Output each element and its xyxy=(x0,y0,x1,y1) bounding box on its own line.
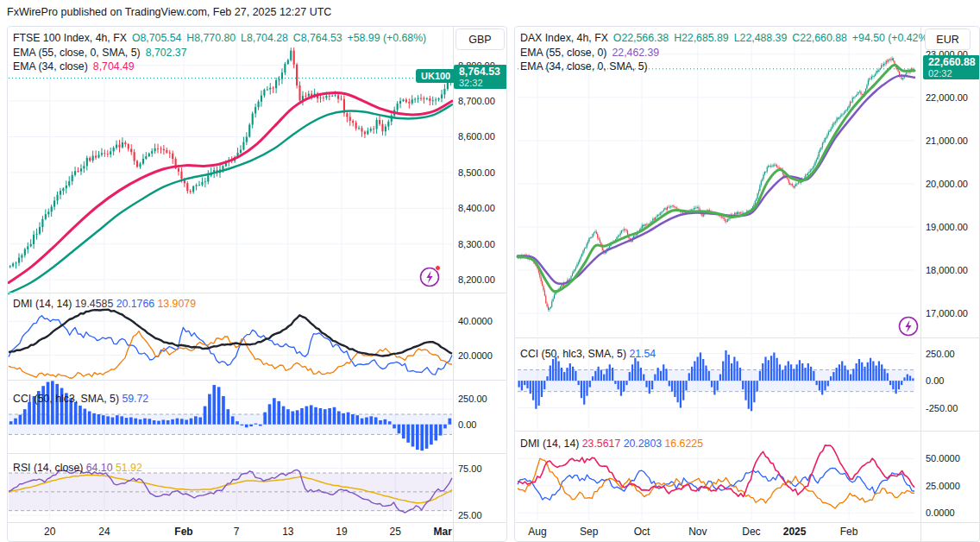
x-axis-label: 19 xyxy=(336,526,348,538)
y-axis-label: 25.0000 xyxy=(926,481,960,491)
dax-legend: DAX Index, 4h, FX O22,566.38 H22,685.89 … xyxy=(520,31,931,74)
y-axis-label: 0.00 xyxy=(926,375,944,386)
dax-ema34-row: EMA (34, close, 0, SMA, 5) xyxy=(520,60,931,74)
y-axis-label: 75.00 xyxy=(458,463,482,474)
cci-label: CCI (50, hlc3, SMA, 5) xyxy=(520,348,626,360)
x-axis-label: 24 xyxy=(98,526,110,538)
flash-ideas-button[interactable] xyxy=(418,266,441,288)
y-axis-label: 22,000.00 xyxy=(926,92,968,103)
ema55-value: 8,702.37 xyxy=(146,46,187,60)
x-axis-label: Oct xyxy=(634,526,650,538)
rsi-value: 64.10 xyxy=(86,462,113,474)
indicator-band xyxy=(518,370,914,392)
ftse-ema55-row: EMA (55, close, 0, SMA, 5) 8,702.37 xyxy=(13,46,426,60)
ftse-chart-card: 8,800.008,700.008,600.008,500.008,400.00… xyxy=(7,26,507,542)
ohlc-low: L22,488.39 xyxy=(734,31,788,46)
dax-dmi-legend: DMI (14, 14) 23.5617 20.2803 16.6225 xyxy=(520,438,703,450)
rsi-ma-value: 51.92 xyxy=(116,462,142,474)
dax-last-price-badge: 22,660.88 02:32 xyxy=(923,55,980,79)
flash-ideas-button[interactable] xyxy=(897,315,920,337)
dax_main-pane xyxy=(518,28,914,336)
x-axis-label: Feb xyxy=(174,526,192,538)
x-axis-label: 7 xyxy=(234,526,240,538)
ftse_cci-pane xyxy=(9,381,452,451)
x-axis-label: Aug xyxy=(528,526,546,538)
ema34-value: 8,704.49 xyxy=(93,60,135,74)
ohlc-low: L8,704.28 xyxy=(241,31,288,46)
ftse-legend: FTSE 100 Index, 4h, FX O8,705.54 H8,770.… xyxy=(13,31,426,74)
cci-value: 21.54 xyxy=(629,348,656,360)
last-price: 22,660.88 xyxy=(928,56,980,68)
y-axis-label: 21,000.00 xyxy=(926,136,968,146)
dax-ema55-row: EMA (55, close, 0) 22,462.39 xyxy=(520,46,931,60)
dmi-plus-di-value: 20.2803 xyxy=(624,438,662,450)
y-axis-label: 50.0000 xyxy=(926,453,960,463)
y-axis-label: 8,600.00 xyxy=(458,131,495,142)
cci-value: 59.72 xyxy=(122,393,148,405)
ftse-last-price-badge: 8,764.53 32:32 xyxy=(454,65,507,89)
y-axis-label: 250.00 xyxy=(926,349,955,359)
dmi-plus-di-value: 20.1766 xyxy=(116,298,154,310)
y-axis-label: -250.00 xyxy=(926,403,958,413)
ftse-ema34-row: EMA (34, close) 8,704.49 xyxy=(13,60,426,74)
bar-countdown: 02:32 xyxy=(928,68,980,79)
dmi-adx-value: 19.4585 xyxy=(75,298,113,310)
currency-button-gbp[interactable]: GBP xyxy=(455,28,505,50)
ema34-label: EMA (34, close) xyxy=(13,60,88,74)
dmi-label: DMI (14, 14) xyxy=(13,298,72,310)
y-axis-label: 20,000.00 xyxy=(926,179,968,189)
ftse-rsi-legend: RSI (14, close) 64.10 51.92 xyxy=(13,462,142,474)
y-axis-label: 19,000.00 xyxy=(926,222,968,232)
rsi-label: RSI (14, close) xyxy=(13,462,83,474)
symbol-title: DAX Index, 4h, FX xyxy=(520,31,608,46)
overlay-EMA34 xyxy=(9,93,452,283)
x-axis-label: 25 xyxy=(390,526,402,538)
dax-chart-canvas: 23,000.0022,000.0021,000.0020,000.0019,0… xyxy=(515,27,979,541)
publish-header: FxWirePro published on TradingView.com, … xyxy=(7,6,331,18)
ticker-label-uk100: UK100 xyxy=(416,69,455,83)
x-axis-label: 20 xyxy=(44,526,56,538)
ema34-label: EMA (34, close, 0, SMA, 5) xyxy=(520,60,648,74)
y-axis-label: 0.0000 xyxy=(926,507,955,518)
tradingview-published-snapshot: FxWirePro published on TradingView.com, … xyxy=(0,0,980,542)
y-axis-label: 20.0000 xyxy=(458,350,493,361)
x-axis-label: Nov xyxy=(688,526,707,538)
y-axis-label: 8,700.00 xyxy=(458,96,495,106)
y-axis-label: 8,200.00 xyxy=(458,274,495,285)
x-axis-label: Feb xyxy=(840,526,858,538)
ema55-label: EMA (55, close, 0, SMA, 5) xyxy=(13,46,141,60)
dax-chart-card: 23,000.0022,000.0021,000.0020,000.0019,0… xyxy=(514,26,980,542)
dax-cci-legend: CCI (50, hlc3, SMA, 5) 21.54 xyxy=(520,348,656,360)
ohlc-open: O8,705.54 xyxy=(132,31,181,46)
y-axis-label: 8,500.00 xyxy=(458,167,495,178)
ftse-symbol-row: FTSE 100 Index, 4h, FX O8,705.54 H8,770.… xyxy=(13,31,426,46)
y-axis-label: 17,000.00 xyxy=(926,308,968,318)
y-axis-label: 8,300.00 xyxy=(458,239,495,249)
change-value: +94.50 (+0.42%) xyxy=(852,31,932,46)
dmi-adx-value: 23.5617 xyxy=(582,438,620,450)
y-axis-label: 40.0000 xyxy=(458,316,493,326)
y-axis-label: 0.00 xyxy=(458,419,476,430)
dmi-minus-di-value: 16.6225 xyxy=(665,438,703,450)
ohlc-high: H8,770.80 xyxy=(186,31,236,46)
ohlc-close: C8,764.53 xyxy=(293,31,342,46)
y-axis-label: 25.00 xyxy=(458,510,482,520)
x-axis-label: Sep xyxy=(580,526,599,538)
y-axis-label: 18,000.00 xyxy=(926,265,968,275)
ftse-cci-legend: CCI (50, hlc3, SMA, 5) 59.72 xyxy=(13,393,148,405)
cci-label: CCI (50, hlc3, SMA, 5) xyxy=(13,393,119,405)
currency-button-eur[interactable]: EUR xyxy=(925,28,971,50)
x-axis-label: Mar xyxy=(434,526,453,538)
ohlc-close: C22,660.88 xyxy=(792,31,847,46)
dax-symbol-row: DAX Index, 4h, FX O22,566.38 H22,685.89 … xyxy=(520,31,931,46)
ema55-label: EMA (55, close, 0) xyxy=(520,46,606,60)
y-axis-label: 8,400.00 xyxy=(458,203,495,213)
dmi-minus-di-value: 13.9079 xyxy=(158,298,196,310)
candles xyxy=(9,47,452,268)
x-axis-label: Dec xyxy=(742,526,760,538)
last-price: 8,764.53 xyxy=(459,66,507,78)
ohlc-open: O22,566.38 xyxy=(613,31,669,46)
series--DI xyxy=(518,458,914,508)
bar-countdown: 32:32 xyxy=(459,78,507,88)
y-axis-label: 250.00 xyxy=(458,394,487,404)
